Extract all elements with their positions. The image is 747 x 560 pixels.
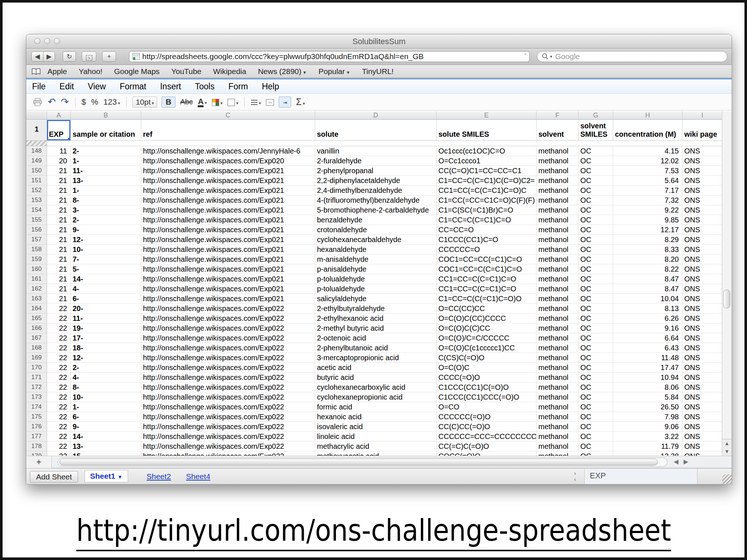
- row-number[interactable]: 151: [26, 176, 47, 186]
- cell[interactable]: 2-: [71, 363, 141, 373]
- cell[interactable]: 8-: [71, 195, 141, 205]
- url-expand-icon[interactable]: ˆ: [525, 53, 526, 60]
- row-number[interactable]: 173: [26, 392, 47, 402]
- cell[interactable]: 2-methyl butyric acid: [315, 323, 437, 333]
- cell[interactable]: 8.22: [613, 264, 682, 274]
- cell[interactable]: 2-phenylpropanal: [315, 166, 437, 176]
- cell[interactable]: http://onschallenge.wikispaces.com/Exp02…: [141, 373, 315, 382]
- cell[interactable]: COCC(=O)O: [437, 451, 537, 456]
- cell[interactable]: 22: [47, 314, 71, 323]
- cell[interactable]: 21: [47, 205, 71, 215]
- cell[interactable]: http://onschallenge.wikispaces.com/Exp02…: [141, 176, 315, 186]
- url-field[interactable]: http://spreadsheets.google.com/ccc?key=p…: [129, 51, 530, 62]
- cell[interactable]: 4-(trifluoromethyl)benzaldehyde: [315, 195, 437, 205]
- cell[interactable]: http://onschallenge.wikispaces.com/Exp02…: [141, 323, 315, 333]
- column-header-f[interactable]: F: [537, 111, 578, 119]
- header-solute[interactable]: solute: [315, 120, 437, 141]
- cell[interactable]: methanol: [537, 442, 578, 451]
- cell[interactable]: 11.79: [613, 442, 682, 451]
- cell[interactable]: CC1=CC=C(C=C1)C=O: [437, 284, 537, 294]
- cell[interactable]: CCCCCC=O: [437, 245, 537, 254]
- cell[interactable]: OC: [578, 294, 613, 304]
- cell[interactable]: 20: [47, 156, 71, 166]
- menu-tools[interactable]: Tools: [195, 82, 215, 92]
- cell[interactable]: ONS: [682, 156, 723, 166]
- cell[interactable]: http://onschallenge.wikispaces.com/Exp02…: [141, 333, 315, 343]
- cell[interactable]: ONS: [682, 205, 723, 215]
- cell[interactable]: 4-: [71, 284, 141, 294]
- cell[interactable]: methanol: [537, 343, 578, 353]
- cell[interactable]: http://onschallenge.wikispaces.com/Exp02…: [141, 412, 315, 422]
- cell[interactable]: OC: [578, 205, 613, 215]
- cell[interactable]: ONS: [682, 146, 723, 156]
- row-number[interactable]: 175: [26, 412, 47, 422]
- cell[interactable]: http://onschallenge.wikispaces.com/Exp02…: [141, 274, 315, 284]
- cell[interactable]: 22: [47, 422, 71, 432]
- cell[interactable]: ONS: [682, 432, 723, 442]
- cell[interactable]: 21: [47, 254, 71, 264]
- cell[interactable]: ONS: [682, 225, 723, 235]
- cell[interactable]: 8.06: [613, 382, 682, 392]
- selected-cell-exp[interactable]: EXP: [47, 120, 71, 141]
- add-sheet-button[interactable]: Add Sheet: [30, 471, 78, 483]
- cell[interactable]: 2,2-diphenylacetaldehyde: [315, 176, 437, 186]
- bookmark-news-folder[interactable]: News (2890)▼: [258, 67, 307, 76]
- cell[interactable]: http://onschallenge.wikispaces.com/Exp02…: [141, 205, 315, 215]
- cell[interactable]: salicylaldehyde: [315, 294, 437, 304]
- cell[interactable]: http://onschallenge.wikispaces.com/Exp02…: [141, 195, 315, 205]
- bookmark-yahoo[interactable]: Yahoo!: [79, 67, 102, 76]
- row-number[interactable]: 152: [26, 186, 47, 195]
- cell[interactable]: CC(=C)C(=O)O: [437, 442, 537, 451]
- menu-view[interactable]: View: [88, 82, 106, 92]
- cell[interactable]: 4.15: [613, 146, 682, 156]
- cell[interactable]: formic acid: [315, 402, 437, 412]
- scroll-up-icon[interactable]: ▲: [722, 439, 732, 447]
- cell[interactable]: 8.33: [613, 245, 682, 254]
- bookmark-tinyurl[interactable]: TinyURL!: [362, 67, 394, 76]
- cell[interactable]: 5.64: [613, 176, 682, 186]
- cell[interactable]: ONS: [682, 254, 723, 264]
- row-number[interactable]: 155: [26, 215, 47, 225]
- cell[interactable]: ONS: [682, 402, 723, 412]
- cell[interactable]: 1-: [71, 156, 141, 166]
- cell[interactable]: 12-: [71, 353, 141, 363]
- cell[interactable]: OC: [578, 422, 613, 432]
- cell[interactable]: http://onschallenge.wikispaces.com/Exp02…: [141, 451, 315, 456]
- cell[interactable]: 6.43: [613, 343, 682, 353]
- menu-insert[interactable]: Insert: [160, 82, 181, 92]
- cell[interactable]: methanol: [537, 186, 578, 195]
- cell[interactable]: 6.64: [613, 333, 682, 343]
- reload-button[interactable]: ↻: [63, 51, 76, 62]
- cell[interactable]: OC: [578, 186, 613, 195]
- cell[interactable]: methanol: [537, 382, 578, 392]
- cell[interactable]: 13-: [71, 176, 141, 186]
- cell[interactable]: ONS: [682, 412, 723, 422]
- cell[interactable]: http://onschallenge.wikispaces.com/Exp02…: [141, 254, 315, 264]
- column-header-h[interactable]: H: [613, 111, 682, 119]
- cell[interactable]: http://onschallenge.wikispaces.com/Exp02…: [141, 166, 315, 176]
- menu-help[interactable]: Help: [262, 82, 279, 92]
- cell[interactable]: O=C(O)C(CC)CCCC: [437, 314, 537, 323]
- cell[interactable]: 22: [47, 392, 71, 402]
- cell[interactable]: http://onschallenge.wikispaces.com/Exp02…: [141, 402, 315, 412]
- cell[interactable]: methanol: [537, 402, 578, 412]
- cell[interactable]: ONS: [682, 451, 723, 456]
- forward-button[interactable]: ▶: [43, 51, 55, 62]
- cell[interactable]: 21: [47, 215, 71, 225]
- cell[interactable]: C1=C(SC(=C1)Br)C=O: [437, 205, 537, 215]
- cell[interactable]: O=C(O)C: [437, 363, 537, 373]
- cell[interactable]: 13-: [71, 442, 141, 451]
- header-sample-or-citation[interactable]: sample or citation: [71, 120, 141, 141]
- cell[interactable]: OC: [578, 382, 613, 392]
- cell[interactable]: butyric acid: [315, 373, 437, 382]
- cell[interactable]: CC(C=O)C1=CC=CC=C1: [437, 166, 537, 176]
- cell[interactable]: methanol: [537, 274, 578, 284]
- search-field[interactable]: ▾ Google: [537, 51, 727, 62]
- snapback-button[interactable]: ↘: [82, 51, 96, 62]
- header-concentration[interactable]: concentration (M): [613, 120, 682, 141]
- column-header-i[interactable]: I: [682, 111, 723, 119]
- row-number[interactable]: 179: [26, 451, 47, 456]
- cell[interactable]: 14-: [71, 274, 141, 284]
- cell[interactable]: methoxyacetic acid: [315, 451, 437, 456]
- cell[interactable]: CC(C)CC(=O)O: [437, 422, 537, 432]
